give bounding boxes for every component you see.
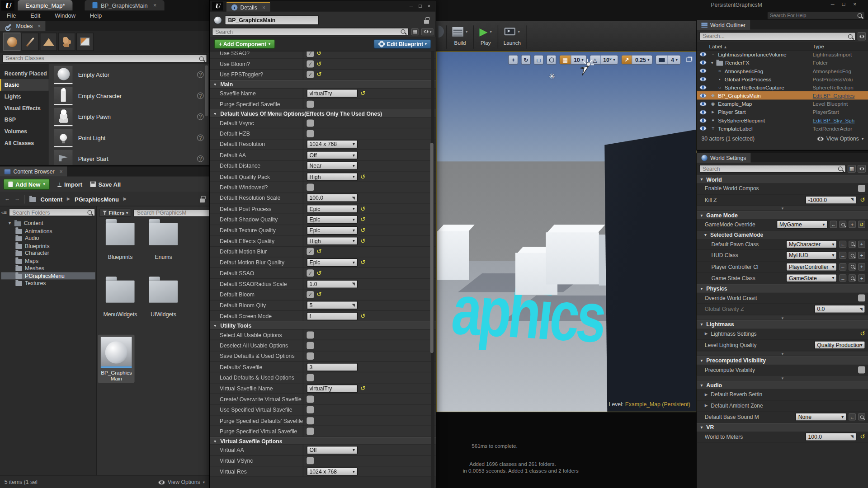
property-row[interactable]: Default AAOff▾: [210, 150, 436, 161]
visibility-eye-icon[interactable]: [700, 110, 707, 114]
browse-icon[interactable]: [849, 240, 856, 248]
actor-type[interactable]: Edit BP_Graphics: [813, 93, 868, 99]
text-field[interactable]: f: [307, 312, 358, 320]
dropdown[interactable]: Epic▾: [307, 216, 358, 224]
visibility-eye-icon[interactable]: [700, 77, 707, 81]
reset-to-default-icon[interactable]: ↺: [316, 270, 321, 276]
property-row[interactable]: Purge Specified Savefile: [210, 99, 436, 110]
search-assets-input[interactable]: [137, 210, 210, 216]
property-row[interactable]: Defaults' Savefile3: [210, 362, 436, 373]
browse-icon[interactable]: [849, 275, 856, 282]
folder-tile-enums[interactable]: Enums: [143, 223, 183, 260]
section-header[interactable]: ▼Utility Tools: [210, 322, 436, 330]
property-row[interactable]: Virtual Savefile NamevirtualTry↺: [210, 383, 436, 394]
property-row[interactable]: Save Defaults & Used Options: [210, 351, 436, 362]
reset-to-default-icon[interactable]: ↺: [360, 238, 365, 244]
checkbox[interactable]: [307, 352, 314, 360]
property-row[interactable]: Default Post ProcessEpic▾↺: [210, 204, 436, 215]
ws-row[interactable]: ▶Default Reverb Settin: [697, 389, 868, 400]
reset-to-default-icon[interactable]: ↺: [360, 313, 365, 319]
column-type[interactable]: Type: [813, 43, 868, 49]
property-row[interactable]: Default Resolution Scale100.0◥: [210, 193, 436, 204]
reset-to-default-icon[interactable]: ↺: [860, 434, 865, 440]
mode-geometry-button[interactable]: [76, 33, 94, 51]
browse-icon[interactable]: [858, 413, 865, 421]
search-folders-field[interactable]: [9, 209, 95, 216]
outliner-search-input[interactable]: [703, 33, 846, 39]
add-icon[interactable]: +: [849, 221, 856, 228]
dropdown[interactable]: GameState▾: [786, 274, 837, 282]
actor-name-input[interactable]: [228, 17, 315, 23]
browse-icon[interactable]: [849, 252, 856, 259]
checkbox[interactable]: [307, 130, 314, 137]
number-field[interactable]: 5◥: [307, 301, 358, 309]
property-row[interactable]: Virtual Res1024 x 768▾: [210, 466, 436, 477]
chevron-down-icon[interactable]: ▾: [518, 29, 520, 34]
dropdown[interactable]: Epic▾: [307, 226, 358, 234]
checkbox[interactable]: [858, 185, 865, 192]
use-selected-icon[interactable]: ←: [839, 263, 846, 271]
ws-row[interactable]: Default Base Sound MNone▾←: [697, 412, 868, 423]
dropdown[interactable]: MyHUD▾: [786, 251, 837, 259]
property-row[interactable]: Default Shadow QualityEpic▾↺: [210, 214, 436, 225]
dropdown[interactable]: Off▾: [307, 446, 358, 454]
checkbox[interactable]: ✓: [307, 248, 314, 255]
use-selected-icon[interactable]: ←: [839, 275, 846, 282]
ws-row[interactable]: GameMode OverrideMyGame▾←+↺: [697, 219, 868, 230]
tree-item-audio[interactable]: Audio: [1, 235, 95, 242]
breadcrumb-content[interactable]: Content: [40, 196, 62, 202]
reset-to-default-icon[interactable]: ↺: [316, 61, 321, 67]
tab-content-browser[interactable]: Content Browser ×: [0, 167, 67, 177]
outliner-options-button[interactable]: [858, 32, 866, 40]
property-row[interactable]: Purge Specified Virtual Savefile: [210, 426, 436, 437]
level-viewport[interactable]: aphics + ↻ ◻ ▦ 10▾ △ 10°▾ ↗ 0.25▾: [436, 52, 697, 412]
outliner-row-templatelabel[interactable]: TTemplateLabelTextRenderActor: [697, 125, 868, 133]
use-selected-icon[interactable]: ←: [830, 221, 837, 228]
scale-snap-value[interactable]: 0.25▾: [632, 55, 652, 64]
outliner-row-atmosphericfog[interactable]: ≈AtmosphericFogAtmosphericFog: [697, 67, 868, 75]
ws-row[interactable]: Override World Gravit: [697, 292, 868, 304]
visibility-eye-icon[interactable]: [700, 69, 707, 73]
property-row[interactable]: Default Effects QualityHigh▾↺: [210, 236, 436, 247]
visibility-eye-icon[interactable]: [700, 85, 707, 90]
chevron-down-icon[interactable]: ▾: [490, 29, 492, 34]
view-options-button[interactable]: View Options ▾: [817, 136, 863, 141]
section-expander[interactable]: ▼: [697, 351, 868, 356]
property-row[interactable]: Default Windowed?: [210, 182, 436, 193]
world-settings-search-input[interactable]: [703, 166, 836, 172]
back-arrow-icon[interactable]: ←: [5, 196, 10, 202]
chevron-down-icon[interactable]: ▾: [466, 29, 468, 34]
close-icon[interactable]: ×: [262, 4, 265, 10]
ws-section-vr[interactable]: ▼VR: [697, 423, 868, 431]
outliner-row-lightmassimportancevolume[interactable]: ▫LightmassImportanceVolumeLightmassImpor…: [697, 50, 868, 58]
property-row[interactable]: Default Resolution1024 x 768▾: [210, 139, 436, 150]
tab-details[interactable]: i Details ×: [226, 2, 270, 12]
visibility-eye-icon[interactable]: [700, 52, 707, 57]
dropdown[interactable]: 1024 x 768▾: [307, 140, 358, 148]
dropdown[interactable]: Epic▾: [307, 205, 358, 213]
folder-tile-menuwidgets[interactable]: MenuWidgets: [100, 281, 140, 318]
close-icon[interactable]: ×: [850, 2, 859, 7]
search-assets-field[interactable]: [133, 209, 220, 216]
ws-section-physics[interactable]: ▼Physics: [697, 284, 868, 292]
checkbox[interactable]: [307, 417, 314, 424]
world-coordinate-button[interactable]: [547, 55, 557, 65]
view-options-button[interactable]: View Options ▾: [158, 479, 205, 485]
property-row[interactable]: Default Vsync: [210, 118, 436, 129]
tree-item-blueprints[interactable]: Blueprints: [1, 242, 95, 250]
actor-name-field[interactable]: [225, 15, 319, 25]
scale-tool-button[interactable]: ◻: [534, 55, 544, 65]
property-row[interactable]: Create/ Overwrite Virtual Savefile: [210, 394, 436, 405]
outliner-row-skysphereblueprint[interactable]: ●SkySphereBlueprintEdit BP_Sky_Sph: [697, 116, 868, 124]
property-row[interactable]: Default SSAO✓↺: [210, 268, 436, 279]
mode-landscape-button[interactable]: [40, 33, 57, 51]
checkbox[interactable]: [307, 374, 314, 381]
visibility-eye-icon[interactable]: [700, 118, 707, 123]
add-icon[interactable]: +: [858, 252, 865, 259]
rotate-tool-button[interactable]: ↻: [521, 55, 531, 65]
reset-to-default-icon[interactable]: ↺: [360, 259, 365, 265]
dropdown[interactable]: MyCharacter▾: [786, 240, 837, 248]
ws-row[interactable]: ▶Lightmass Settings↺: [697, 328, 868, 340]
placeable-item[interactable]: Empty Actor?: [49, 64, 209, 85]
scrollbar-thumb[interactable]: [205, 65, 208, 116]
